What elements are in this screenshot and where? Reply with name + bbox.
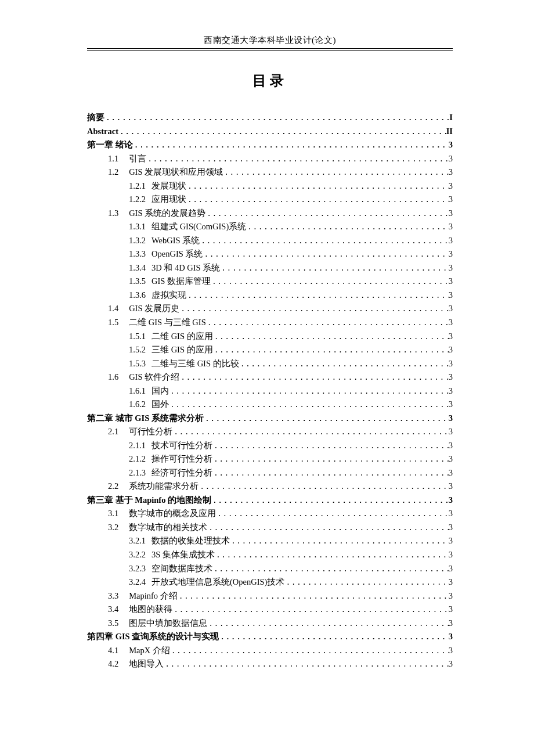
toc-entry-number: 1.5.1	[129, 332, 146, 341]
toc-entry-page: 3	[449, 466, 453, 480]
toc-entry[interactable]: 3.2.23S 集体集成技术 3	[87, 548, 453, 562]
toc-leader-dots	[213, 345, 449, 357]
toc-entry[interactable]: 2.1.1技术可行性分析3	[87, 439, 453, 453]
toc-entry-number: 1.3.5	[129, 276, 146, 286]
toc-entry[interactable]: 第三章 基于 Mapinfo 的地图绘制3	[87, 494, 453, 507]
toc-entry-page: 3	[449, 384, 453, 398]
toc-entry-page: 3	[449, 193, 453, 206]
toc-entry-text: Mapinfo 介绍	[129, 591, 178, 600]
toc-entry[interactable]: 1.6.1国内3	[87, 384, 453, 398]
toc-entry-page: 3	[449, 507, 453, 520]
toc-entry-text: 第二章 城市 GIS 系统需求分析	[87, 413, 204, 423]
toc-entry[interactable]: 3.3Mapinfo 介绍 3	[87, 589, 453, 603]
toc-entry[interactable]: 3.2.1数据的收集处理技术3	[87, 534, 453, 548]
toc-entry[interactable]: 2.1.3经济可行性分析3	[87, 466, 453, 480]
toc-leader-dots	[104, 113, 449, 125]
toc-entry-page: 3	[449, 152, 453, 165]
toc-entry-page: 3	[449, 494, 453, 507]
toc-entry-label: 1.2.1发展现状	[129, 179, 186, 193]
toc-entry-label: 第一章 绪论	[87, 138, 133, 152]
toc-entry-label: 1.6.2国外	[129, 398, 169, 411]
toc-entry-number: 1.5.3	[129, 359, 146, 368]
toc-entry[interactable]: 1.2.2应用现状3	[87, 193, 453, 207]
toc-entry-page: 3	[449, 589, 453, 603]
toc-entry-text: 数字城市的概念及应用	[129, 509, 216, 518]
toc-entry[interactable]: 1.1引言3	[87, 152, 453, 166]
toc-entry-label: 1.3.3OpenGIS 系统	[129, 247, 203, 261]
toc-entry-label: Abstract	[87, 125, 118, 138]
toc-entry-text: 数字城市的相关技术	[129, 523, 207, 532]
toc-entry[interactable]: 3.4地图的获得3	[87, 603, 453, 617]
toc-entry-number: 4.1	[108, 646, 118, 655]
toc-entry[interactable]: 1.5.1二维 GIS 的应用3	[87, 330, 453, 344]
toc-leader-dots	[172, 604, 449, 617]
toc-entry[interactable]: 1.4GIS 发展历史 3	[87, 302, 453, 316]
toc-entry[interactable]: 第一章 绪论3	[87, 138, 453, 152]
toc-entry-number: 1.3.2	[129, 236, 146, 245]
toc-entry[interactable]: 1.3.3OpenGIS 系统 3	[87, 247, 453, 261]
toc-entry[interactable]: 1.5.3二维与三维 GIS 的比较3	[87, 357, 453, 371]
toc-entry[interactable]: 4.1MapX 介绍 3	[87, 644, 453, 658]
toc-entry[interactable]: 1.3.43D 和 4D GIS 系统 3	[87, 261, 453, 275]
toc-entry[interactable]: 1.6.2国外3	[87, 398, 453, 412]
toc-entry[interactable]: 3.2数字城市的相关技术3	[87, 521, 453, 535]
toc-entry[interactable]: 1.2GIS 发展现状和应用领域 3	[87, 165, 453, 179]
toc-entry-page: 3	[449, 630, 453, 643]
toc-entry[interactable]: 1.3GIS 系统的发展趋势 3	[87, 207, 453, 221]
toc-leader-dots	[118, 127, 446, 139]
toc-entry[interactable]: 1.5二维 GIS 与三维 GIS 3	[87, 316, 453, 330]
toc-leader-dots	[220, 263, 448, 275]
toc-entry-page: 3	[449, 289, 453, 302]
toc-leader-dots	[146, 154, 449, 166]
toc-entry-text: 二维 GIS 的应用	[151, 332, 213, 341]
toc-entry[interactable]: AbstractII	[87, 125, 453, 139]
toc-entry-text: 第一章 绪论	[87, 140, 133, 149]
toc-entry-text: 经济可行性分析	[151, 468, 212, 477]
toc-leader-dots	[246, 222, 449, 234]
toc-entry-page: 3	[449, 343, 453, 357]
toc-entry-text: 国内	[151, 386, 169, 395]
toc-entry-number: 3.2.4	[129, 577, 146, 586]
toc-leader-dots	[212, 454, 449, 466]
toc-entry[interactable]: 1.3.1组建式 GIS(ComGIS)系统 3	[87, 220, 453, 234]
toc-entry[interactable]: 1.3.2WebGIS 系统 3	[87, 234, 453, 248]
header-divider	[87, 50, 453, 51]
toc-entry-number: 3.2	[108, 523, 118, 532]
toc-entry-page: 3	[449, 562, 453, 575]
toc-entry-label: 1.5.3二维与三维 GIS 的比较	[129, 357, 239, 370]
toc-leader-dots	[223, 167, 449, 179]
toc-entry[interactable]: 1.5.2三维 GIS 的应用3	[87, 343, 453, 357]
toc-entry-page: 3	[449, 370, 453, 384]
toc-entry-number: 3.2.2	[129, 550, 146, 559]
toc-entry[interactable]: 2.1可行性分析3	[87, 425, 453, 439]
toc-leader-dots	[164, 659, 449, 671]
toc-entry[interactable]: 1.3.6虚拟实现3	[87, 289, 453, 303]
toc-entry[interactable]: 2.2系统功能需求分析3	[87, 480, 453, 494]
toc-entry[interactable]: 3.1数字城市的概念及应用3	[87, 507, 453, 521]
toc-entry-label: 3.2.4开放式地理信息系统(OpenGIS)技术	[129, 575, 284, 589]
toc-entry[interactable]: 2.1.2操作可行性分析3	[87, 452, 453, 466]
toc-leader-dots	[206, 318, 449, 330]
toc-entry[interactable]: 3.2.4开放式地理信息系统(OpenGIS)技术3	[87, 575, 453, 589]
toc-entry-page: 3	[449, 439, 453, 452]
toc-entry-page: 3	[449, 617, 453, 630]
toc-entry[interactable]: 1.6GIS 软件介绍 3	[87, 370, 453, 384]
toc-leader-dots	[204, 413, 449, 426]
toc-entry-page: 3	[449, 548, 453, 561]
toc-entry-page: 3	[449, 357, 453, 370]
toc-entry[interactable]: 1.2.1发展现状3	[87, 179, 453, 193]
toc-entry[interactable]: 摘要I	[87, 111, 453, 125]
toc-entry[interactable]: 3.2.3空间数据库技术3	[87, 562, 453, 576]
toc-entry-number: 1.3.3	[129, 249, 146, 258]
toc-entry-text: 应用现状	[151, 195, 186, 204]
toc-entry-text: GIS 数据库管理	[151, 276, 211, 286]
toc-entry-label: 4.2地图导入	[108, 657, 164, 671]
toc-entry[interactable]: 4.2地图导入3	[87, 657, 453, 671]
toc-entry[interactable]: 第四章 GIS 查询系统的设计与实现3	[87, 630, 453, 644]
toc-entry-label: 2.2系统功能需求分析	[108, 480, 199, 493]
toc-entry-text: 二维 GIS 与三维 GIS	[129, 318, 206, 327]
toc-entry[interactable]: 1.3.5GIS 数据库管理 3	[87, 275, 453, 289]
toc-entry[interactable]: 第二章 城市 GIS 系统需求分析3	[87, 412, 453, 426]
toc-entry-number: 4.2	[108, 659, 118, 668]
toc-entry[interactable]: 3.5图层中填加数据信息3	[87, 617, 453, 631]
